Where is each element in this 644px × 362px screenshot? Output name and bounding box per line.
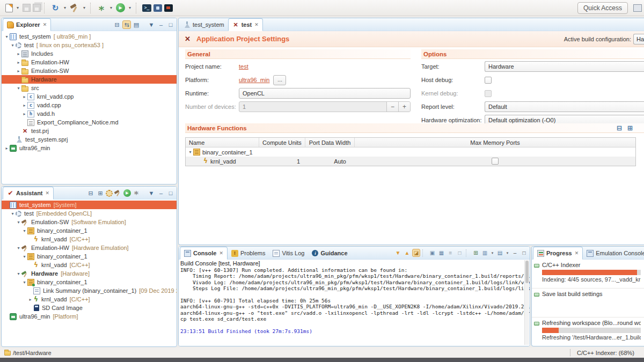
new-icon[interactable] <box>5 4 13 12</box>
max-memory-ports-checkbox[interactable] <box>492 158 499 165</box>
runtime-select[interactable]: OpenCL <box>239 88 411 99</box>
tree-item-krnl-vadd[interactable]: ▸ϟkrnl_vadd[C/C++] <box>2 295 177 304</box>
maximize-icon[interactable]: □ <box>166 20 175 29</box>
close-icon[interactable]: ✕ <box>43 22 47 27</box>
collapse-arrow-icon[interactable]: ▾ <box>16 271 21 276</box>
run-icon[interactable]: ▶ <box>123 189 131 197</box>
build-icon[interactable] <box>114 189 122 197</box>
platform-link[interactable]: ultra96_min <box>239 77 269 83</box>
target-select[interactable]: Hardware <box>485 61 644 72</box>
dropdown-arrow-icon[interactable]: ▾ <box>490 249 495 257</box>
collapse-arrow-icon[interactable]: ▾ <box>21 280 27 285</box>
debug-icon[interactable]: * <box>97 3 106 13</box>
sdx-terminal-icon[interactable] <box>153 4 162 12</box>
scroll-down-icon[interactable]: ▼ <box>394 249 402 257</box>
expand-section-icon[interactable]: ⊞ <box>626 124 634 132</box>
column-header-max-memory-ports[interactable]: Max Memory Ports <box>355 138 635 147</box>
display-console-icon[interactable]: ▥ <box>481 249 489 257</box>
relaunch-icon[interactable]: ↻ <box>50 3 60 13</box>
dropdown-arrow-icon[interactable]: ▾ <box>62 3 68 13</box>
tree-item-hardware[interactable]: ▾Hardware[Hardware] <box>2 269 177 278</box>
host-debug-checkbox[interactable] <box>485 77 492 84</box>
tab-guidance[interactable]: iGuidance <box>308 247 351 259</box>
tab-test-system[interactable]: test_system <box>180 19 228 31</box>
maximize-icon[interactable]: □ <box>166 189 175 197</box>
tab-problems[interactable]: !Problems <box>228 247 269 259</box>
tree-item-emulation-sw[interactable]: ▾Emulation-SW[Software Emulation] <box>2 218 177 226</box>
close-icon[interactable]: ✕ <box>46 190 50 196</box>
expand-arrow-icon[interactable]: ▸ <box>21 112 27 116</box>
terminal-icon[interactable]: >_ <box>142 4 151 12</box>
view-menu-icon[interactable]: ▼ <box>147 20 156 29</box>
word-wrap-icon[interactable]: ≡ <box>447 249 455 257</box>
collapse-arrow-icon[interactable]: ▾ <box>16 246 21 250</box>
collapse-arrow-icon[interactable]: ▾ <box>16 220 21 225</box>
table-row-krnl-vadd[interactable]: ϟkrnl_vadd1Auto <box>186 157 635 166</box>
tab-explorer[interactable]: Explorer ✕ <box>3 18 51 31</box>
view-menu-icon[interactable]: ▼ <box>147 189 156 197</box>
tree-item-link-summary-binary-container-1[interactable]: Link Summary (binary_container_1)[09 Dec… <box>2 286 177 295</box>
dropdown-arrow-icon[interactable]: ▾ <box>505 249 510 257</box>
tree-item-hardware[interactable]: Hardware <box>2 75 177 84</box>
close-icon[interactable]: ✕ <box>575 250 579 256</box>
tab-vitis-log[interactable]: Vitis Log <box>269 247 308 259</box>
tree-item-src[interactable]: ▾src <box>2 84 177 92</box>
perspective-icon[interactable] <box>633 4 642 12</box>
tree-item-vadd-h[interactable]: ▸hvadd.h <box>2 109 177 118</box>
tree-item-test-system[interactable]: ▾test_system[ ultra96_min ] <box>2 32 177 41</box>
collapse-arrow-icon[interactable]: ▾ <box>21 254 27 259</box>
tree-item-binary-container-1[interactable]: ▾binary_container_1 <box>2 278 177 286</box>
tree-item-ultra96-min[interactable]: ultra96_min[Platform] <box>2 312 177 321</box>
tab-console[interactable]: Console✕ <box>180 247 228 260</box>
expand-arrow-icon[interactable]: ▸ <box>21 94 27 99</box>
tree-item-binary-container-1[interactable]: ▾binary_container_1 <box>2 252 177 261</box>
collapse-arrow-icon[interactable]: ▾ <box>10 43 16 48</box>
collapse-arrow-icon[interactable]: ▾ <box>187 150 193 154</box>
close-icon[interactable]: ✕ <box>219 250 223 256</box>
collapse-arrow-icon[interactable]: ▾ <box>16 86 21 91</box>
tab-emulation-console[interactable]: Emulation Console <box>583 247 644 259</box>
maximize-icon[interactable]: □ <box>520 249 528 257</box>
collapse-arrow-icon[interactable]: ▾ <box>21 228 27 233</box>
emulation-view-icon[interactable] <box>164 4 173 12</box>
tab-progress[interactable]: Progress✕ <box>533 247 583 260</box>
dropdown-arrow-icon[interactable]: ▾ <box>15 3 20 13</box>
minimize-icon[interactable]: – <box>511 249 519 257</box>
column-header-port-data-width[interactable]: Port Data Width <box>305 138 355 147</box>
tree-item-emulation-hw[interactable]: ▸Emulation-HW <box>2 58 177 67</box>
tab-assistant[interactable]: ✔ Assistant ✕ <box>3 187 54 200</box>
tree-item-test[interactable]: ▾test[ linux on psu_cortexa53 ] <box>2 41 177 49</box>
console-output[interactable]: Build Console [test, Hardware]INFO: [v++… <box>179 260 530 346</box>
tree-item-test-prj[interactable]: ✕test.prj <box>2 127 177 135</box>
tree-item-emulation-hw[interactable]: ▾Emulation-HW[Hardware Emulation] <box>2 243 177 252</box>
decrement-button[interactable]: − <box>386 102 398 112</box>
filters-icon[interactable]: ▤ <box>132 20 141 29</box>
close-icon[interactable]: ✕ <box>254 22 259 27</box>
save-icon[interactable] <box>23 4 31 12</box>
dropdown-arrow-icon[interactable]: ▾ <box>108 3 114 13</box>
tree-item-krnl-vadd-cpp[interactable]: ▸ckrnl_vadd.cpp <box>2 92 177 101</box>
tree-item-ultra96-min[interactable]: ▸ultra96_min <box>2 144 177 152</box>
column-header-name[interactable]: Name <box>186 138 259 147</box>
scrollbar-thumb[interactable] <box>525 261 529 283</box>
active-build-config-select[interactable]: Hardware <box>633 34 644 45</box>
expand-arrow-icon[interactable]: ▸ <box>16 60 21 65</box>
column-header-compute-units[interactable]: Compute Units <box>259 138 305 147</box>
expand-arrow-icon[interactable]: ▸ <box>21 103 27 108</box>
console-scrollbar[interactable] <box>524 260 529 345</box>
tree-item-emulation-sw[interactable]: ▸Emulation-SW <box>2 67 177 75</box>
settings-gear-icon[interactable] <box>106 190 113 197</box>
collapse-arrow-icon[interactable]: ▾ <box>4 34 10 39</box>
new-console-view-icon[interactable]: ▤ <box>496 249 504 257</box>
collapse-all-icon[interactable]: ⊟ <box>86 189 95 197</box>
increment-button[interactable]: + <box>398 102 410 112</box>
minimize-icon[interactable]: – <box>157 20 165 29</box>
tree-item-includes[interactable]: ▸Includes <box>2 49 177 58</box>
tree-item-export-compliance-notice-md[interactable]: Export_Compliance_Notice.md <box>2 118 177 127</box>
pin-console-icon[interactable]: ▣ <box>428 249 436 257</box>
dropdown-arrow-icon[interactable]: ▾ <box>127 3 133 13</box>
table-row-binary-container-1[interactable]: ▾binary_container_1 <box>186 147 635 157</box>
expand-arrow-icon[interactable]: ▸ <box>4 146 10 151</box>
open-console-icon[interactable]: ⊞ <box>472 249 480 257</box>
collapse-all-icon[interactable]: ⊟ <box>113 20 121 29</box>
